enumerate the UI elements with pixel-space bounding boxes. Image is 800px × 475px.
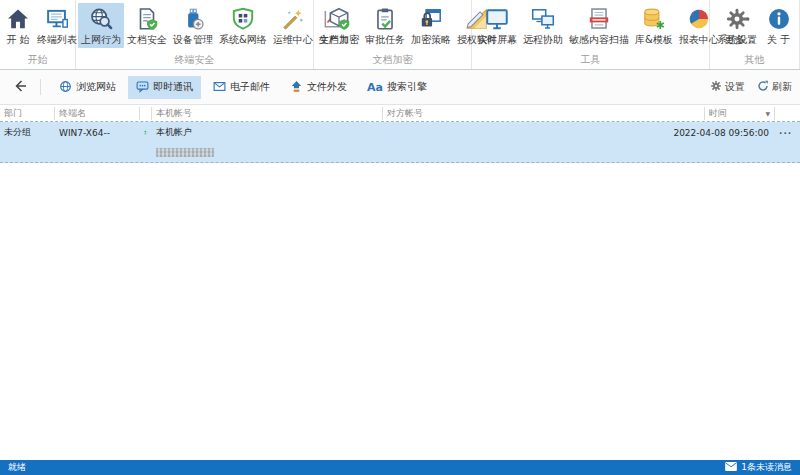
sensitive-scan-icon <box>586 6 612 32</box>
tab-email[interactable]: 电子邮件 <box>205 76 278 99</box>
column-header-more <box>775 107 800 120</box>
column-header-department[interactable]: 部门 <box>0 107 55 120</box>
column-header-local-account[interactable]: 本机帐号 <box>152 107 383 120</box>
ops-center-icon <box>280 6 306 32</box>
ribbon-item-remote-assist[interactable]: 远程协助 <box>520 3 566 48</box>
home-icon <box>5 6 31 32</box>
tab-search-engine[interactable]: Aa 搜索引擎 <box>359 76 435 98</box>
report-center-icon <box>686 6 712 32</box>
status-bar: 就绪 1条未读消息 <box>0 460 800 475</box>
about-icon <box>766 6 792 32</box>
refresh-button[interactable]: 刷新 <box>757 80 792 94</box>
cell-local-account: 本机帐户 <box>152 126 383 139</box>
cell-terminal: WIN7-X64-- <box>55 128 140 138</box>
doc-security-icon <box>134 6 160 32</box>
device-mgmt-icon <box>180 6 206 32</box>
aa-text-icon: Aa <box>367 81 383 94</box>
table-empty-area <box>0 163 800 460</box>
column-header-status[interactable] <box>140 107 152 120</box>
ribbon-item-realtime-screen[interactable]: 实时屏幕 <box>474 3 520 48</box>
ribbon-item-home[interactable]: 开 始 <box>2 3 34 48</box>
ribbon-item-web-behavior[interactable]: 上网行为 <box>78 3 124 48</box>
realtime-screen-icon <box>484 6 510 32</box>
system-network-icon <box>230 6 256 32</box>
gear-icon <box>710 80 722 94</box>
remote-assist-icon <box>530 6 556 32</box>
records-panel: 部门 终端名 本机帐号 对方帐号 时间 ▼ 未分组 WIN7-X64-- 本机帐… <box>0 105 800 460</box>
ribbon-item-doc-encrypt[interactable]: 文档加密 <box>316 3 362 48</box>
column-header-peer-account[interactable]: 对方帐号 <box>383 107 705 120</box>
unread-messages-button[interactable]: 1条未读消息 <box>725 461 792 474</box>
globe-icon <box>59 80 72 95</box>
ribbon-item-sensitive-scan[interactable]: 敏感内容扫描 <box>566 3 632 48</box>
terminal-list-icon <box>44 6 70 32</box>
encrypt-policy-icon <box>418 6 444 32</box>
envelope-icon <box>725 462 737 473</box>
back-arrow-icon <box>12 78 28 96</box>
cell-department: 未分组 <box>0 126 55 139</box>
library-template-icon <box>641 6 667 32</box>
column-header-terminal[interactable]: 终端名 <box>55 107 140 120</box>
mail-icon <box>213 80 226 95</box>
status-text: 就绪 <box>8 461 26 474</box>
ribbon-item-terminal-list[interactable]: 终端列表 <box>34 3 80 48</box>
web-behavior-icon <box>88 6 114 32</box>
ribbon-item-device-mgmt[interactable]: 设备管理 <box>170 3 216 48</box>
sort-caret-icon[interactable]: ▼ <box>765 107 770 120</box>
ribbon-item-system-settings[interactable]: 系统设置 <box>714 3 760 48</box>
ribbon-group-tools: 实时屏幕 远程协助 敏感内容扫描 库&模板 <box>472 0 710 69</box>
tab-file-outgoing[interactable]: 文件外发 <box>282 76 355 99</box>
table-row[interactable]: 未分组 WIN7-X64-- 本机帐户 2022-04-08 09:56:00 … <box>0 122 800 163</box>
ribbon-item-about[interactable]: 关 于 <box>763 3 795 48</box>
redacted-local-account-detail <box>156 148 214 157</box>
online-status-icon <box>140 128 152 137</box>
ribbon-group-terminal-security: 上网行为 文档安全 设备管理 系统&网络 <box>76 0 314 69</box>
refresh-icon <box>757 80 769 94</box>
view-toolbar: 浏览网站 即时通讯 电子邮件 文件外发 Aa 搜索引擎 设置 <box>0 70 800 105</box>
toolbar-separator <box>40 79 41 95</box>
settings-icon <box>724 6 750 32</box>
ribbon-item-encrypt-policy[interactable]: 加密策略 <box>408 3 454 48</box>
ribbon-group-start: 开 始 终端列表 开始 <box>0 0 76 69</box>
ribbon-item-system-network[interactable]: 系统&网络 <box>216 3 270 48</box>
ribbon-item-ops-center[interactable]: 运维中心 <box>270 3 316 48</box>
file-send-icon <box>290 80 303 95</box>
ribbon-item-doc-security[interactable]: 文档安全 <box>124 3 170 48</box>
ribbon-group-other: 系统设置 关 于 其他 <box>710 0 800 69</box>
table-header: 部门 终端名 本机帐号 对方帐号 时间 ▼ <box>0 105 800 122</box>
column-header-time[interactable]: 时间 ▼ <box>705 107 775 120</box>
back-button[interactable] <box>8 76 32 98</box>
tab-instant-messaging[interactable]: 即时通讯 <box>128 76 201 99</box>
settings-button[interactable]: 设置 <box>710 80 745 94</box>
doc-encrypt-icon <box>326 6 352 32</box>
ribbon-item-library-template[interactable]: 库&模板 <box>632 3 676 48</box>
cell-time: 2022-04-08 09:56:00 <box>705 128 775 138</box>
ribbon-item-approval-task[interactable]: 审批任务 <box>362 3 408 48</box>
row-more-button[interactable]: ··· <box>775 128 800 138</box>
ribbon-group-doc-encryption: 文档加密 审批任务 加密策略 授权软件 文档加密 <box>314 0 472 69</box>
ribbon: 开 始 终端列表 开始 上网行为 文档安全 <box>0 0 800 70</box>
tab-browse-website[interactable]: 浏览网站 <box>51 76 124 99</box>
approval-task-icon <box>372 6 398 32</box>
chat-icon <box>136 80 149 95</box>
